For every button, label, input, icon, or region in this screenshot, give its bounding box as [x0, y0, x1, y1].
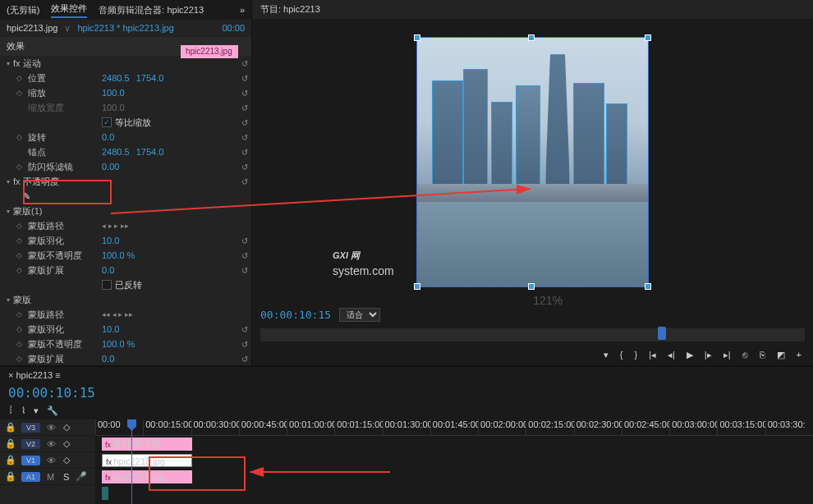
mute-icon[interactable]: M — [47, 472, 57, 482]
solo-icon[interactable]: S — [63, 472, 69, 482]
go-start-icon[interactable]: |◂ — [649, 350, 656, 360]
uniform-scale-checkbox[interactable]: ✓等比缩放 — [102, 117, 151, 129]
scrub-bar[interactable] — [260, 328, 805, 341]
mark-in-icon[interactable]: ▾ — [604, 350, 609, 360]
mini-timecode: 00:00 — [222, 23, 245, 34]
reset-icon[interactable]: ↺ — [241, 59, 248, 68]
voice-icon[interactable]: 🎤 — [76, 471, 87, 482]
lock-icon[interactable]: 🔒 — [5, 422, 15, 433]
pen-tool-icon[interactable]: ✎ — [23, 191, 30, 202]
clip-v2[interactable]: fx hpic2213.jpg — [102, 454, 192, 467]
wrench-icon[interactable]: 🔧 — [47, 405, 58, 416]
player-timecode[interactable]: 00:00:10:15 — [260, 309, 331, 321]
zoom-fit-select[interactable]: 适合 — [339, 308, 380, 322]
sequence-tab[interactable]: × hpic2213 ≡ — [8, 370, 61, 380]
effects-header: 效果 — [7, 40, 25, 53]
marker-icon[interactable]: ▾ — [34, 405, 39, 416]
tab-audio-mixer[interactable]: 音频剪辑混合器: hpic2213 — [99, 4, 204, 16]
playhead-icon[interactable] — [658, 327, 666, 340]
clip-a1[interactable] — [102, 487, 108, 500]
reset-icon[interactable]: ↺ — [241, 74, 248, 83]
track-v1[interactable]: V1 — [21, 456, 40, 465]
clip-v1[interactable]: fx hpic2213.jpg — [102, 470, 192, 483]
twirl-icon[interactable]: ▾ — [7, 60, 10, 67]
tab-source[interactable]: (无剪辑) — [7, 4, 39, 16]
tab-effect-controls[interactable]: 效果控件 — [51, 2, 87, 18]
clip-v3[interactable]: fx 夏日/双子塔 — [102, 438, 192, 451]
track-a1[interactable]: A1 — [21, 472, 40, 482]
snap-icon[interactable]: ⸾ — [8, 405, 13, 416]
program-monitor[interactable] — [416, 37, 649, 287]
settings-icon[interactable]: + — [797, 350, 802, 360]
breadcrumb-source[interactable]: hpic2213.jpg — [7, 23, 57, 34]
breadcrumb-clip[interactable]: hpic2213 * hpic2213.jpg — [77, 23, 173, 34]
track-v2[interactable]: V2 — [21, 439, 40, 449]
lift-icon[interactable]: ⎋ — [742, 350, 748, 360]
timeline-playhead[interactable] — [131, 419, 132, 504]
mini-clip[interactable]: hpic2213.jpg — [181, 45, 238, 58]
export-icon[interactable]: ◩ — [777, 350, 785, 360]
mark-icon[interactable]: } — [634, 350, 637, 360]
extract-icon[interactable]: ⎘ — [760, 350, 765, 360]
eye-icon[interactable]: 👁 — [47, 423, 57, 433]
go-end-icon[interactable]: ▸| — [723, 350, 731, 360]
sequence-timecode[interactable]: 00:00:10:15 — [8, 385, 95, 401]
link-icon[interactable]: ⌇ — [21, 405, 25, 416]
step-fwd-icon[interactable]: |▸ — [705, 350, 712, 360]
mark-out-icon[interactable]: { — [620, 350, 623, 360]
keyframe-icon[interactable]: ◇ — [16, 74, 25, 82]
target-icon[interactable]: ◇ — [63, 422, 70, 433]
mask-inverted-checkbox[interactable]: 已反转 — [102, 279, 142, 291]
program-tab[interactable]: 节目: hpic2213 — [260, 4, 320, 14]
track-v3[interactable]: V3 — [21, 423, 40, 433]
step-back-icon[interactable]: ◂| — [668, 350, 675, 360]
panel-menu-icon[interactable]: » — [240, 5, 245, 15]
play-icon[interactable]: ▶ — [687, 350, 693, 360]
zoom-percent: 121% — [533, 294, 563, 307]
